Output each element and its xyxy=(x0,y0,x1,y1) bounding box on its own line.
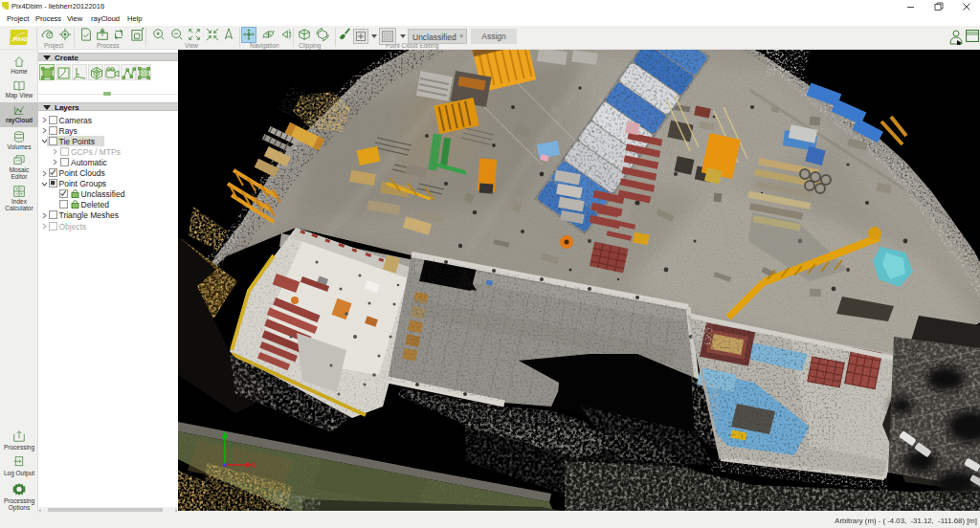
svg-text:PIX4D: PIX4D xyxy=(13,36,28,42)
